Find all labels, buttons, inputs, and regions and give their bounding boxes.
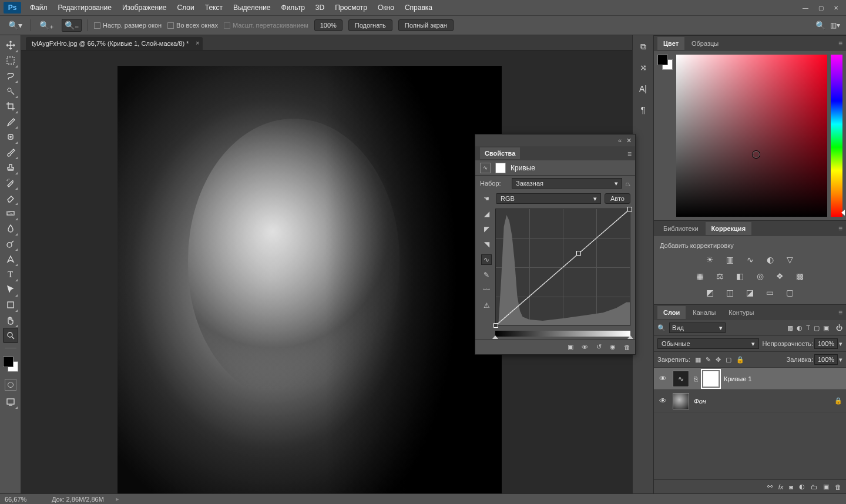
smooth-curve-icon[interactable]: 〰 (481, 285, 492, 295)
delete-adjust-icon[interactable]: 🗑 (624, 344, 630, 351)
history-brush-tool[interactable] (3, 175, 18, 190)
stamp-tool[interactable] (3, 160, 18, 175)
panel-close-icon[interactable]: ✕ (626, 137, 632, 145)
adj-invert-icon[interactable]: ◩ (704, 287, 716, 298)
crop-tool[interactable] (3, 99, 18, 114)
menu-edit[interactable]: Редактирование (53, 1, 117, 14)
filter-smart-icon[interactable]: ▣ (823, 324, 829, 332)
layer-lock-icon[interactable]: 🔒 (834, 397, 842, 405)
filter-type-icon[interactable]: T (806, 324, 810, 332)
layer-visibility-icon[interactable]: 👁 (657, 374, 668, 383)
new-adjust-icon[interactable]: ◐ (799, 483, 805, 490)
adj-selective-icon[interactable]: ▢ (784, 287, 796, 298)
adj-bw-icon[interactable]: ◧ (734, 270, 746, 282)
workspace-switcher-icon[interactable]: ▥▾ (830, 21, 840, 29)
dodge-tool[interactable] (3, 236, 18, 251)
zoom-out-icon[interactable]: 🔍₋ (62, 19, 82, 32)
pen-tool[interactable] (3, 251, 18, 267)
point-curve-icon[interactable]: ∿ (481, 254, 492, 265)
hand-tool[interactable] (3, 313, 18, 328)
window-maximize-button[interactable]: ▢ (814, 3, 827, 12)
menu-layers[interactable]: Слои (172, 1, 200, 14)
tab-libraries[interactable]: Библиотеки (657, 222, 704, 235)
color-swatches[interactable] (2, 355, 19, 373)
adj-posterize-icon[interactable]: ◫ (724, 287, 736, 298)
menu-filter[interactable]: Фильтр (276, 1, 310, 14)
healing-tool[interactable] (3, 129, 18, 145)
adj-photofilter-icon[interactable]: ◎ (754, 270, 766, 282)
layer-name[interactable]: Фон (694, 398, 706, 405)
lock-paint-icon[interactable]: ✎ (706, 356, 711, 364)
tab-color[interactable]: Цвет (657, 37, 684, 50)
hue-slider[interactable] (831, 55, 842, 217)
window-minimize-button[interactable]: — (799, 3, 812, 12)
status-zoom[interactable]: 66,67% (5, 496, 40, 503)
color-cursor[interactable] (753, 151, 760, 158)
panel-menu-icon[interactable]: ≡ (838, 224, 842, 233)
color-fg-swatch[interactable] (657, 55, 668, 65)
panel-collapse-icon[interactable]: « (618, 137, 622, 144)
menu-view[interactable]: Просмотр (330, 1, 372, 14)
input-ramp[interactable] (495, 331, 630, 337)
tab-adjustments[interactable]: Коррекция (706, 222, 751, 235)
tab-layers[interactable]: Слои (657, 306, 686, 319)
menu-image[interactable]: Изображение (117, 1, 172, 14)
filter-toggle-icon[interactable]: ⏻ (836, 324, 842, 331)
zoom-tool[interactable] (3, 328, 18, 343)
blur-tool[interactable] (3, 221, 18, 236)
filter-kind-icon[interactable]: 🔍 (657, 324, 666, 332)
clip-to-layer-icon[interactable]: ▣ (568, 343, 573, 351)
lock-pos-icon[interactable]: ✥ (716, 356, 721, 364)
properties-panel[interactable]: « ✕ Свойства ≡ ∿ Кривые Набор: Заказная▾… (475, 134, 636, 355)
resize-windows-checkbox[interactable]: Настр. размер окон (94, 22, 162, 29)
new-group-icon[interactable]: 🗀 (811, 483, 817, 490)
dock-paragraph-icon[interactable]: ¶ (636, 102, 651, 117)
preset-dropdown[interactable]: Заказная▾ (512, 178, 622, 189)
preview-icon[interactable]: ◉ (610, 343, 616, 351)
menu-file[interactable]: Файл (25, 1, 53, 14)
channel-dropdown[interactable]: RGB▾ (496, 193, 601, 204)
shape-tool[interactable] (3, 297, 18, 313)
layer-name[interactable]: Кривые 1 (724, 375, 752, 382)
adj-curves-icon[interactable]: ∿ (744, 254, 756, 266)
sampler-gray-icon[interactable]: ◤ (481, 224, 492, 234)
adj-levels-icon[interactable]: ▥ (724, 254, 736, 266)
dock-character-icon[interactable]: A| (636, 81, 651, 96)
all-windows-checkbox[interactable]: Во всех окнах (167, 22, 218, 29)
document-tab[interactable]: tylAygFxHro.jpg @ 66,7% (Кривые 1, Слой-… (26, 37, 203, 50)
zoom-in-icon[interactable]: 🔍₊ (37, 19, 56, 31)
lock-trans-icon[interactable]: ▦ (695, 356, 701, 364)
mask-icon[interactable] (495, 163, 506, 173)
gradient-tool[interactable] (3, 206, 18, 221)
adj-vibrance-icon[interactable]: ▽ (784, 254, 796, 266)
curve-point-shadow[interactable] (494, 323, 498, 328)
pencil-curve-icon[interactable]: ✎ (481, 270, 492, 280)
quick-select-tool[interactable] (3, 83, 18, 99)
adj-hue-icon[interactable]: ▦ (694, 270, 706, 282)
move-tool[interactable] (3, 38, 18, 53)
filter-adjust-icon[interactable]: ◐ (797, 324, 803, 332)
adj-lut-icon[interactable]: ▩ (794, 270, 806, 282)
adj-brightness-icon[interactable]: ☀ (704, 254, 716, 266)
layer-row-background[interactable]: 👁 Фон 🔒 (654, 390, 846, 412)
menu-window[interactable]: Окно (372, 1, 400, 14)
fill-input[interactable]: 100% (814, 354, 838, 365)
document-tab-close-icon[interactable]: × (196, 39, 199, 46)
path-select-tool[interactable] (3, 282, 18, 297)
fullscreen-button[interactable]: Полный экран (398, 19, 454, 31)
eraser-tool[interactable] (3, 190, 18, 206)
sampler-white-icon[interactable]: ◥ (481, 239, 492, 250)
toggle-visibility-icon[interactable]: 👁 (582, 344, 588, 351)
clip-warning-icon[interactable]: ⚠ (481, 300, 492, 311)
filter-pixel-icon[interactable]: ▩ (787, 324, 793, 332)
hue-slider-handle[interactable] (841, 210, 845, 216)
search-icon[interactable]: 🔍 (815, 21, 825, 30)
adj-balance-icon[interactable]: ⚖ (714, 270, 726, 282)
opacity-flyout-icon[interactable]: ▾ (839, 340, 842, 348)
lock-artboard-icon[interactable]: ▢ (726, 356, 731, 364)
tab-channels[interactable]: Каналы (687, 306, 721, 319)
lasso-tool[interactable] (3, 68, 18, 83)
fx-icon[interactable]: fx (778, 483, 784, 490)
layer-row-curves[interactable]: 👁 ∿ ⎘ Кривые 1 (654, 368, 846, 390)
opacity-input[interactable]: 100% (814, 338, 838, 349)
